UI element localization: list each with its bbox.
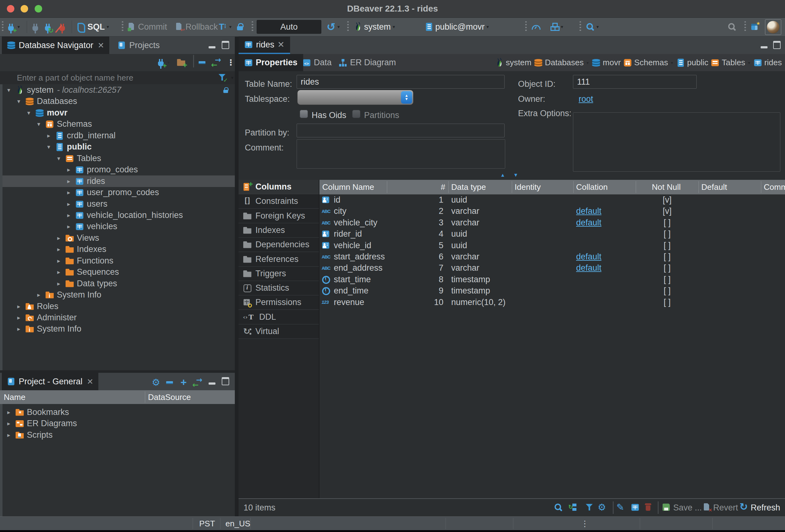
chevron-down-icon[interactable]: ▾ [231,75,233,80]
column-resizer[interactable] [387,181,387,193]
minimize-editor-button[interactable] [761,44,767,50]
tree-expander-icon[interactable]: ▾ [15,98,23,105]
tree-item-public[interactable]: ▾public [0,141,235,153]
refresh-icon[interactable]: ↻ [739,501,748,513]
tree-item-schemas[interactable]: ▾Schemas [0,118,235,130]
breadcrumb-system[interactable]: system [495,58,531,68]
chevron-down-icon[interactable]: ▾ [393,24,395,30]
column-resizer[interactable] [699,181,699,193]
side-tab-statistics[interactable]: Statistics [238,281,319,295]
active-schema-select[interactable]: public@movr ▾ [425,20,489,33]
tree-expander-icon[interactable]: ▸ [55,257,62,264]
tab-project-general[interactable]: Project - General ✕ [2,373,98,390]
side-tab-dependencies[interactable]: Dependencies [238,237,319,252]
filter-icon[interactable]: ✓ [218,73,227,82]
grid-column-header-column-name[interactable]: Column Name [320,182,387,192]
grid-row-vehicle_id[interactable]: vehicle_id5uuid[ ] [320,240,785,251]
grid-column-header-data-type[interactable]: Data type [448,182,512,192]
tree-item-users[interactable]: ▸users [0,198,235,210]
auto-layout-icon[interactable] [569,503,578,512]
partition-by-input[interactable] [297,124,505,137]
project-link-button[interactable] [193,376,202,389]
tree-item-administer[interactable]: ▸Administer [0,312,235,324]
maximize-panel-button[interactable] [222,377,229,386]
side-tab-indexes[interactable]: Indexes [238,223,319,237]
chevron-down-icon[interactable]: ▾ [18,24,20,30]
tree-expander-icon[interactable]: ▾ [55,155,62,162]
save-icon[interactable] [662,503,671,512]
quick-search-button[interactable] [728,20,736,33]
chevron-down-icon[interactable]: ▾ [229,24,232,30]
tree-expander-icon[interactable]: ▸ [55,280,62,287]
tree-item-user-promo-codes[interactable]: ▸user_promo_codes [0,187,235,198]
side-tab-columns[interactable]: Columns [238,180,319,194]
grid-column-header--[interactable]: # [387,182,448,192]
tree-expander-icon[interactable]: ▾ [25,109,32,117]
panel-splitter[interactable] [0,370,235,373]
tree-item-sequences[interactable]: ▸Sequences [0,266,235,278]
minimize-panel-button[interactable] [209,44,216,50]
nav-new-connection-button[interactable]: + ▾ [157,56,170,69]
tree-item-tables[interactable]: ▾Tables [0,153,235,164]
tree-expander-icon[interactable]: ▸ [65,178,72,185]
disconnect-button[interactable] [58,20,67,33]
grid-row-end_address[interactable]: end_address7varchardefault[ ] [320,262,785,274]
new-folder-button[interactable] [177,56,185,69]
tree-item-promo-codes[interactable]: ▸promo_codes [0,164,235,175]
grid-column-header-comm[interactable]: Comm [761,182,785,192]
column-resizer[interactable] [448,181,449,193]
transaction-log-button[interactable]: ▾ [219,20,245,33]
tree-expander-icon[interactable]: ▸ [65,189,72,196]
locale-indicator[interactable]: en_US [225,519,250,529]
tasks-button[interactable]: ▾ [550,20,563,33]
tree-expander-icon[interactable]: ▸ [65,166,72,173]
column-header-datasource[interactable]: DataSource [148,392,191,402]
chevron-down-icon[interactable]: ▾ [167,60,170,65]
tree-item-crdb-internal[interactable]: ▸crdb_internal [0,130,235,142]
table-name-input[interactable] [297,75,505,88]
view-menu-button[interactable]: ⋮ [227,56,235,69]
tree-expander-icon[interactable]: ▸ [15,314,23,321]
side-tab-constraints[interactable]: Constraints [238,194,319,208]
tree-item-indexes[interactable]: ▸Indexes [0,244,235,255]
commit-button[interactable]: Commit [127,20,167,33]
revert-button[interactable]: Revert [713,503,738,513]
collapse-all-button[interactable] [199,56,205,69]
tree-item-functions[interactable]: ▸Functions [0,255,235,267]
tree-item-databases[interactable]: ▾Databases [0,96,235,107]
rollback-button[interactable]: Rollback [175,20,218,33]
project-item-bookmarks[interactable]: ▸Bookmarks [0,406,235,418]
commit-mode-value[interactable]: Auto [257,20,321,34]
chevron-down-icon[interactable]: ▾ [748,60,750,65]
active-connection-select[interactable]: system ▾ [353,20,395,33]
grid-column-header-identity[interactable]: Identity [512,182,573,192]
subtab-properties[interactable]: Properties [238,54,303,71]
tablespace-select[interactable]: ▲▼ [297,90,413,105]
chevron-down-icon[interactable]: ▾ [671,60,673,65]
grid-filter-icon[interactable] [585,503,594,512]
tree-expander-icon[interactable]: ▸ [5,420,12,427]
save-button[interactable]: Save ... [673,503,702,513]
close-tab-icon[interactable]: ✕ [278,40,285,50]
side-tab-references[interactable]: References [238,252,319,267]
grid-column-header-default[interactable]: Default [699,182,761,192]
tree-item-roles[interactable]: ▸Roles [0,301,235,312]
tree-expander-icon[interactable]: ▾ [35,121,43,128]
reconnect-button[interactable]: ↻ [44,20,52,33]
tree-expander-icon[interactable]: ▸ [55,234,62,242]
project-item-scripts[interactable]: ▸Scripts [0,429,235,441]
open-perspective-button[interactable] [751,20,759,33]
grid-row-start_address[interactable]: start_address6varchardefault[ ] [320,251,785,262]
timezone-indicator[interactable]: PST [199,519,215,529]
statusbar-menu-dots[interactable]: ⋮ [581,519,589,529]
tree-expander-icon[interactable]: ▸ [45,132,52,139]
close-tab-icon[interactable]: ✕ [87,377,93,386]
chevron-down-icon[interactable]: ▾ [561,24,563,30]
maximize-panel-button[interactable] [222,41,229,50]
delete-icon[interactable] [644,503,653,512]
object-id-input[interactable] [573,75,697,88]
editor-tab-rides[interactable]: rides ✕ [238,36,290,54]
commit-mode-select[interactable]: Auto [257,20,321,33]
transaction-lock-icon[interactable] [236,23,245,31]
db-search-button[interactable]: ▾ [586,20,599,33]
